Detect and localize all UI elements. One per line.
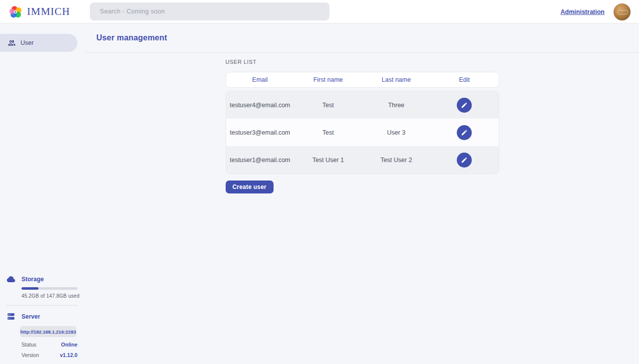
app-logo[interactable]: IMMICH	[9, 0, 70, 23]
pencil-icon	[461, 129, 468, 136]
top-bar: IMMICH Administration	[0, 0, 639, 23]
pencil-icon	[461, 157, 468, 164]
storage-progress-fill	[21, 287, 38, 290]
sidebar-item-label: User	[20, 39, 33, 46]
server-title: Server	[21, 313, 40, 320]
table-row: testuser4@email.com Test Three	[226, 91, 499, 119]
cell-last-name: Test User 2	[362, 157, 431, 164]
server-version-value: v1.12.0	[60, 352, 77, 358]
column-header: Email	[226, 76, 295, 83]
server-version-row: Version v1.12.0	[21, 352, 77, 358]
server-url: http://192.168.1.216:2283	[20, 329, 76, 335]
create-user-button[interactable]: Create user	[226, 181, 274, 193]
server-section-header: Server	[6, 312, 85, 321]
sidebar: User Storage 45.2GB of 147.8GB used Serv…	[0, 23, 85, 364]
cell-last-name: Three	[362, 102, 431, 109]
server-version-label: Version	[21, 352, 39, 358]
page-title: User management	[96, 33, 167, 42]
cell-last-name: User 3	[362, 129, 431, 136]
sidebar-status-panel: Storage 45.2GB of 147.8GB used Server ht…	[0, 275, 85, 358]
column-header: Edit	[430, 76, 499, 83]
table-body: testuser4@email.com Test Three testuser3…	[226, 91, 499, 174]
user-avatar[interactable]	[614, 3, 631, 20]
column-header: First name	[294, 76, 362, 83]
cell-email: testuser1@email.com	[226, 157, 295, 164]
server-url-pill: http://192.168.1.216:2283	[20, 326, 76, 337]
cell-first-name: Test	[294, 102, 362, 109]
search-input[interactable]	[90, 2, 329, 20]
storage-usage-text: 45.2GB of 147.8GB used	[21, 293, 85, 299]
edit-user-button[interactable]	[457, 153, 472, 168]
storage-section-header: Storage	[6, 275, 85, 284]
cell-first-name: Test User 1	[294, 157, 362, 164]
cell-email: testuser3@email.com	[226, 129, 295, 136]
storage-title: Storage	[21, 276, 44, 283]
cloud-icon	[6, 275, 15, 284]
users-icon	[7, 39, 16, 47]
pencil-icon	[461, 102, 468, 109]
server-status-value: Online	[61, 342, 77, 348]
column-header: Last name	[362, 76, 431, 83]
table-row: testuser1@email.com Test User 1 Test Use…	[226, 146, 499, 174]
administration-link[interactable]: Administration	[561, 8, 605, 15]
sidebar-item-user[interactable]: User	[0, 34, 77, 52]
page-header: User management	[85, 23, 639, 53]
table-header-row: EmailFirst nameLast nameEdit	[226, 72, 499, 88]
cell-email: testuser4@email.com	[226, 102, 295, 109]
app-wordmark: IMMICH	[27, 5, 70, 18]
server-status-label: Status	[21, 342, 36, 348]
sidebar-divider	[6, 305, 77, 306]
user-list-label: USER LIST	[226, 59, 499, 65]
storage-progress-bar	[21, 287, 77, 290]
immich-flower-icon	[9, 5, 23, 19]
server-icon	[6, 312, 15, 321]
main-content: User management USER LIST EmailFirst nam…	[85, 23, 639, 364]
cell-first-name: Test	[294, 129, 362, 136]
edit-user-button[interactable]	[457, 125, 472, 140]
table-row: testuser3@email.com Test User 3	[226, 119, 499, 146]
server-status-row: Status Online	[21, 342, 77, 348]
edit-user-button[interactable]	[457, 98, 472, 113]
